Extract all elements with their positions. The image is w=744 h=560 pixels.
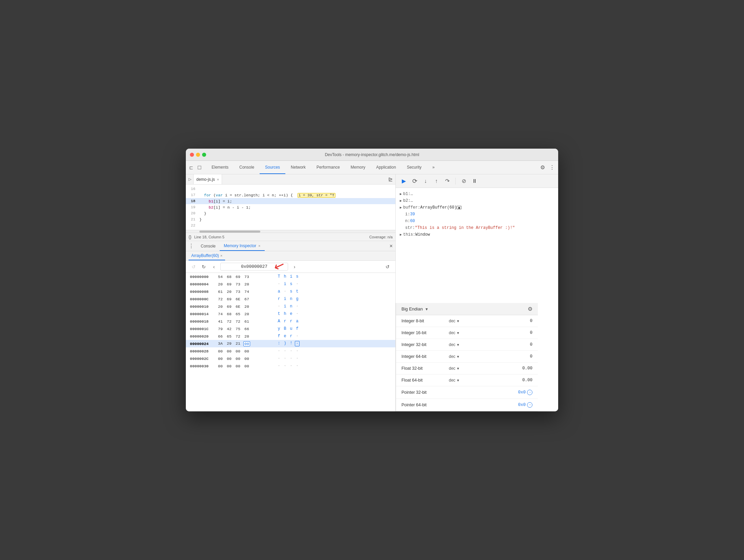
mi-hex-table: 00000000 54686973 This 00000004 2069 [186, 273, 395, 411]
int8-value: 0 [530, 319, 532, 323]
table-row: 00000028 00000000 ···· [186, 347, 395, 355]
float64-value: 0.00 [522, 378, 532, 383]
tab-sources[interactable]: Sources [260, 161, 285, 174]
fullscreen-button[interactable] [202, 153, 206, 157]
mi-buffer-tab[interactable]: ArrayBuffer(60) × [189, 251, 225, 260]
resume-button[interactable]: ▶ [400, 177, 408, 185]
debug-toolbar: ▶ ⟳ ↓ ↑ ↷ ⊘ ⏸ [396, 174, 558, 188]
deactivate-breakpoints-button[interactable]: ⊘ [460, 177, 468, 185]
table-row: 0000000C 72696E67 ring [186, 295, 395, 303]
mobile-icon[interactable]: ☐ [197, 165, 202, 170]
endian-select[interactable]: Big Endian ▼ [401, 306, 429, 311]
step-over-button[interactable]: ⟳ [411, 177, 419, 185]
ptr64-value[interactable]: 0x0 → [518, 402, 532, 408]
step-into-button[interactable]: ↓ [421, 177, 430, 185]
tab-console[interactable]: Console [234, 161, 260, 174]
mi-refresh-button[interactable]: ↺ [384, 263, 391, 271]
mi-tab-bar: ArrayBuffer(60) × [186, 251, 395, 261]
code-line-22: 22 [186, 222, 395, 229]
ptr32-link-icon[interactable]: → [527, 390, 532, 395]
float64-label: Float 64-bit [401, 378, 449, 383]
float64-format[interactable]: dec ▼ [449, 378, 469, 383]
drawer-close-icon[interactable]: × [390, 243, 393, 249]
tab-memory[interactable]: Memory [345, 161, 371, 174]
expand-icon[interactable]: ▶ [400, 206, 402, 210]
file-bar-more[interactable]: ⊵ [388, 176, 393, 182]
devtools-panel: ⊏ ☐ Elements Console Sources Network Per… [186, 161, 558, 411]
file-tab-close[interactable]: × [217, 177, 219, 181]
int64-format-arrow: ▼ [456, 355, 460, 359]
int16-format[interactable]: dec ▼ [449, 330, 469, 335]
value-row-int64: Integer 64-bit dec ▼ 0 [396, 351, 538, 363]
file-tab-nav-icon[interactable]: ▷ [189, 177, 191, 181]
float64-format-arrow: ▼ [456, 379, 460, 382]
titlebar: DevTools - memory-inspector.glitch.me/de… [186, 149, 558, 161]
int32-value: 0 [530, 342, 532, 347]
pause-on-exceptions-button[interactable]: ⏸ [471, 177, 479, 185]
memory-inspect-icon[interactable]: ▣ [457, 206, 461, 209]
settings-icon[interactable]: ⚙ [539, 164, 546, 171]
value-row-float32: Float 32-bit dec ▼ 0.00 [396, 363, 538, 374]
tab-elements[interactable]: Elements [206, 161, 234, 174]
int32-format[interactable]: dec ▼ [449, 342, 469, 347]
mi-forward-button[interactable]: ↻ [200, 263, 207, 271]
close-button[interactable] [190, 153, 194, 157]
value-inspector-settings-button[interactable]: ⚙ [528, 306, 532, 312]
expand-icon[interactable]: ▶ [400, 192, 402, 196]
mi-prev-button[interactable]: ‹ [210, 263, 218, 271]
code-panel: ▷ demo-js.js × ⊵ 16 [186, 174, 395, 241]
bottom-tab-bar: ⋮ Console Memory Inspector × × [186, 241, 395, 251]
mi-next-button[interactable]: › [291, 263, 298, 271]
scrollbar-thumb[interactable] [199, 231, 260, 233]
tab-more[interactable]: » [427, 161, 440, 174]
tab-network[interactable]: Network [285, 161, 311, 174]
toolbar-right: ⚙ ⋮ [539, 164, 555, 171]
tab-performance[interactable]: Performance [311, 161, 345, 174]
line-col-info: Line 18, Column 5 [194, 235, 224, 239]
file-tab-demo-js[interactable]: demo-js.js × [193, 174, 222, 184]
int8-format[interactable]: dec ▼ [449, 319, 469, 323]
tab-console-bottom[interactable]: Console [197, 241, 220, 251]
expand-icon[interactable]: ▶ [400, 233, 402, 237]
tab-security[interactable]: Security [401, 161, 427, 174]
table-row-selected: 00000024 3A292100 :)!· [186, 340, 395, 347]
top-toolbar: ⊏ ☐ Elements Console Sources Network Per… [186, 161, 558, 174]
value-row-ptr32: Pointer 32-bit 0x0 → [396, 386, 538, 399]
int64-format[interactable]: dec ▼ [449, 354, 469, 359]
code-scrollbar[interactable] [186, 230, 395, 233]
more-icon[interactable]: ⋮ [549, 164, 555, 171]
endian-dropdown-icon: ▼ [425, 307, 429, 311]
mi-address-bar: ↺ ↻ ‹ ↙ › ↺ [186, 261, 395, 273]
panel-dots-menu[interactable]: ⋮ [189, 243, 197, 249]
main-tab-bar: Elements Console Sources Network Perform… [206, 161, 539, 174]
ptr64-link-icon[interactable]: → [527, 402, 532, 408]
main-area: ▷ demo-js.js × ⊵ 16 [186, 174, 558, 411]
toolbar-icons: ⊏ ☐ [189, 165, 206, 170]
file-name: demo-js.js [196, 177, 215, 182]
braces-icon: {} [189, 234, 192, 239]
scope-item-buffer: ▶ buffer: ArrayBuffer(60) ▣ [400, 204, 554, 211]
int16-label: Integer 16-bit [401, 330, 449, 335]
value-inspector-table: Integer 8-bit dec ▼ 0 Integer 16-bit dec [396, 315, 538, 411]
tab-memory-inspector[interactable]: Memory Inspector × [220, 241, 264, 251]
float32-value: 0.00 [522, 366, 532, 371]
step-out-button[interactable]: ↑ [432, 177, 440, 185]
mi-buffer-tab-close[interactable]: × [220, 254, 222, 258]
int64-label: Integer 64-bit [401, 354, 449, 359]
table-row: 00000004 20697320 ·is· [186, 280, 395, 288]
ptr32-value[interactable]: 0x0 → [518, 390, 532, 395]
scope-item-this: ▶ this: Window [400, 231, 554, 238]
minimize-button[interactable] [196, 153, 200, 157]
scope-item-i: i: 39 [400, 211, 554, 218]
cursor-icon[interactable]: ⊏ [189, 165, 194, 170]
float32-format[interactable]: dec ▼ [449, 366, 469, 371]
tab-application[interactable]: Application [371, 161, 401, 174]
int8-format-arrow: ▼ [456, 319, 460, 323]
mi-address-input[interactable] [220, 263, 288, 271]
memory-inspector-tab-close[interactable]: × [258, 244, 260, 248]
value-row-ptr64: Pointer 64-bit 0x0 → [396, 399, 538, 411]
file-tab-bar: ▷ demo-js.js × ⊵ [186, 174, 395, 185]
step-button[interactable]: ↷ [443, 177, 451, 185]
expand-icon[interactable]: ▶ [400, 199, 402, 203]
mi-back-button[interactable]: ↺ [190, 263, 197, 271]
